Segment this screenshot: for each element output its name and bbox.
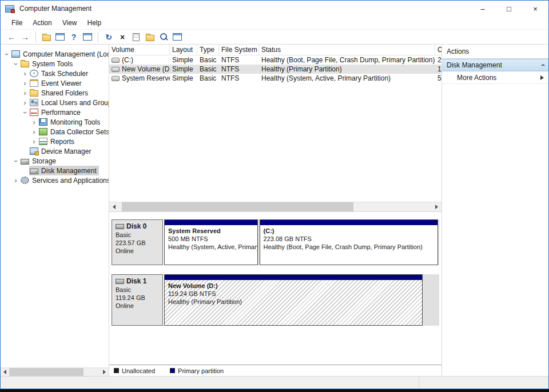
- forward-button[interactable]: →: [19, 31, 31, 43]
- partition-name: New Volume (D:): [168, 282, 419, 290]
- partition-size: 119.24 GB NTFS: [168, 290, 419, 298]
- partition-area: New Volume (D:)119.24 GB NTFSHealthy (Pr…: [164, 274, 439, 326]
- chevron-collapsed-icon[interactable]: ›: [30, 138, 38, 145]
- tree-item-data-collector-sets[interactable]: ›Data Collector Sets: [1, 127, 109, 137]
- partition-system-reserved[interactable]: System Reserved500 MB NTFSHealthy (Syste…: [164, 219, 258, 265]
- tree-item-device-manager[interactable]: Device Manager: [1, 146, 109, 156]
- collapse-chevron-icon[interactable]: ›: [539, 64, 547, 66]
- tree-item-label: Monitoring Tools: [50, 118, 100, 126]
- console-window-button[interactable]: [81, 31, 94, 43]
- menu-action[interactable]: Action: [27, 18, 57, 28]
- help-button[interactable]: ?: [67, 31, 80, 43]
- unallocated-swatch: [114, 368, 119, 373]
- volume-row-new-volume-d[interactable]: New Volume (D:)SimpleBasicNTFSHealthy (P…: [109, 65, 441, 74]
- partition-new-volume-d[interactable]: New Volume (D:)119.24 GB NTFSHealthy (Pr…: [164, 274, 423, 326]
- tree-item-computer-management-local[interactable]: ›Computer Management (Local): [1, 49, 109, 59]
- status-left-segment: [1, 377, 419, 389]
- disk-info-disk-0[interactable]: Disk 0Basic223.57 GBOnline: [112, 219, 163, 265]
- tree-item-local-users-and-groups[interactable]: ›Local Users and Groups: [1, 98, 109, 107]
- partition-status: Healthy (Primary Partition): [168, 298, 419, 306]
- tree-scroll-right-icon[interactable]: [100, 368, 109, 376]
- legend: UnallocatedPrimary partition: [109, 365, 441, 376]
- tree-item-label: Device Manager: [41, 147, 91, 155]
- toolbar-separator: [98, 32, 98, 42]
- up-one-level-button[interactable]: [40, 31, 53, 43]
- column-header-status[interactable]: Status: [259, 45, 435, 55]
- disk-status: Online: [116, 302, 159, 310]
- tree-scroll-thumb[interactable]: [9, 368, 83, 376]
- refresh-button[interactable]: ↻: [102, 31, 115, 43]
- tree-item-storage[interactable]: ›Storage: [1, 156, 109, 166]
- volume-scroll-right-icon[interactable]: [432, 202, 441, 211]
- left-triangle-icon: [113, 205, 116, 209]
- tree-item-disk-management[interactable]: Disk Management: [1, 166, 109, 175]
- chevron-collapsed-icon[interactable]: ›: [21, 70, 29, 77]
- disk-management-icon: [30, 169, 38, 174]
- tree-scroll-left-icon[interactable]: [1, 368, 9, 376]
- volume-row-system-reserved[interactable]: System ReservedSimpleBasicNTFSHealthy (S…: [109, 74, 441, 83]
- tree-horizontal-scrollbar[interactable]: [1, 367, 109, 376]
- open-button[interactable]: [144, 31, 156, 43]
- volume-icon: [112, 67, 120, 72]
- tree-item-services-and-applications[interactable]: ›Services and Applications: [1, 175, 109, 185]
- volume-list-horizontal-scrollbar[interactable]: [109, 202, 441, 211]
- chevron-expanded-icon[interactable]: ›: [13, 59, 19, 68]
- chevron-expanded-icon[interactable]: ›: [22, 108, 29, 117]
- partition-c[interactable]: (C:)223.08 GB NTFSHealthy (Boot, Page Fi…: [260, 219, 439, 265]
- column-header-capacity[interactable]: Capacity: [435, 45, 441, 55]
- column-header-type[interactable]: Type: [197, 45, 219, 55]
- tree-item-task-scheduler[interactable]: ›Task Scheduler: [1, 69, 109, 78]
- maximize-button[interactable]: □: [496, 1, 522, 17]
- show-hide-console-tree-button[interactable]: [54, 31, 66, 43]
- close-button[interactable]: ×: [522, 1, 548, 17]
- chevron-expanded-icon[interactable]: ›: [13, 157, 19, 165]
- column-header-layout[interactable]: Layout: [170, 45, 197, 55]
- chevron-collapsed-icon[interactable]: ›: [11, 177, 20, 184]
- chevron-expanded-icon[interactable]: ›: [3, 50, 10, 58]
- tree-item-label: Event Viewer: [41, 79, 81, 87]
- tree-item-monitoring-tools[interactable]: ›Monitoring Tools: [1, 117, 109, 127]
- chevron-collapsed-icon[interactable]: ›: [21, 80, 29, 87]
- back-button[interactable]: ←: [5, 31, 18, 43]
- cell-capacity: 500 MB: [435, 74, 441, 82]
- action-label: More Actions: [457, 74, 496, 82]
- chevron-collapsed-icon[interactable]: ›: [21, 90, 29, 97]
- column-header-volume[interactable]: Volume: [109, 45, 170, 55]
- tree-item-system-tools[interactable]: ›System Tools: [1, 59, 109, 69]
- primary-partition-swatch: [170, 368, 175, 373]
- tree-item-shared-folders[interactable]: ›Shared Folders: [1, 88, 109, 98]
- chevron-collapsed-icon[interactable]: ›: [30, 129, 38, 135]
- task-scheduler-icon: [30, 70, 38, 77]
- volume-row-c[interactable]: (C:)SimpleBasicNTFSHealthy (Boot, Page F…: [109, 55, 441, 65]
- action-disk-management[interactable]: Disk Management›: [442, 59, 548, 71]
- help-topics-icon: [173, 33, 182, 41]
- menu-view[interactable]: View: [57, 18, 82, 28]
- volume-list-body: (C:)SimpleBasicNTFSHealthy (Boot, Page F…: [109, 55, 441, 83]
- explore-button[interactable]: [157, 31, 170, 43]
- tree-item-performance[interactable]: ›Performance: [1, 107, 109, 117]
- tree-item-event-viewer[interactable]: ›Event Viewer: [1, 78, 109, 88]
- help-topics-button[interactable]: [171, 31, 184, 43]
- cell-status: Healthy (Boot, Page File, Crash Dump, Pr…: [259, 56, 435, 64]
- volume-scroll-track[interactable]: [119, 202, 432, 211]
- disk-info-disk-1[interactable]: Disk 1Basic119.24 GBOnline: [112, 274, 163, 326]
- menu-file[interactable]: File: [6, 18, 27, 28]
- action-more-actions[interactable]: More Actions: [442, 71, 548, 84]
- tree-scroll-track[interactable]: [9, 368, 100, 376]
- volume-scroll-thumb[interactable]: [122, 202, 353, 211]
- tree-item-inner: Disk Management: [29, 166, 99, 175]
- chevron-collapsed-icon[interactable]: ›: [21, 99, 29, 106]
- right-triangle-icon: [103, 370, 106, 374]
- column-header-file-system[interactable]: File System: [219, 45, 259, 55]
- title-bar[interactable]: Computer Management – □ ×: [1, 1, 548, 17]
- tree-item-inner: Reports: [38, 137, 77, 146]
- minimize-button[interactable]: –: [470, 1, 496, 17]
- tree-item-inner: Performance: [29, 107, 83, 117]
- chevron-collapsed-icon[interactable]: ›: [30, 119, 38, 126]
- properties-button[interactable]: [130, 31, 142, 43]
- menu-help[interactable]: Help: [82, 18, 107, 28]
- delete-volume-button[interactable]: ×: [116, 31, 129, 43]
- tree-item-reports[interactable]: ›Reports: [1, 137, 109, 146]
- partition-size: 223.08 GB NTFS: [264, 235, 435, 243]
- volume-scroll-left-icon[interactable]: [109, 202, 119, 211]
